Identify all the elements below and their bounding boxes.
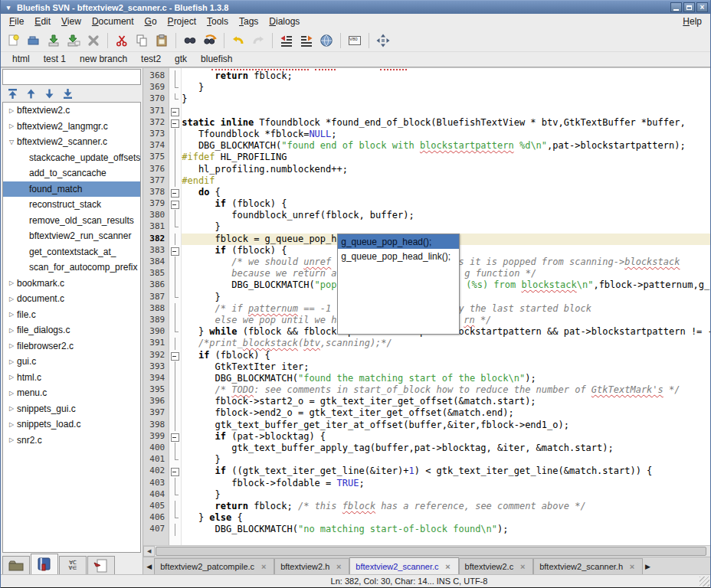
next-bookmark-button[interactable] <box>42 87 56 100</box>
tree-item-filebrowser2.c[interactable]: ▷filebrowser2.c <box>3 338 140 354</box>
bookmark-tree[interactable]: ▷bftextview2.c▷bftextview2_langmgr.c▽bft… <box>2 102 141 553</box>
sidebar-tab-file-browser[interactable] <box>2 556 30 574</box>
tab-close-icon[interactable]: × <box>627 562 637 571</box>
quickbar-tab-gtk[interactable]: gtk <box>168 52 194 67</box>
expander-closed-icon[interactable]: ▷ <box>6 358 17 365</box>
menu-file[interactable]: File <box>4 15 29 28</box>
sidebar-tab-character-map[interactable]: ∀C∀∈ <box>59 556 87 574</box>
tree-item-reconstruct_stack[interactable]: reconstruct_stack <box>3 197 140 213</box>
quickbar-tab-test-1[interactable]: test 1 <box>37 52 73 67</box>
tree-item-add_to_scancache[interactable]: add_to_scancache <box>3 165 140 181</box>
tab-close-icon[interactable]: × <box>259 562 268 571</box>
tree-item-document.c[interactable]: ▷document.c <box>3 291 140 307</box>
last-bookmark-button[interactable] <box>61 87 74 100</box>
tree-item-found_match[interactable]: found_match <box>3 181 140 198</box>
previous-bookmark-button[interactable] <box>24 87 38 100</box>
redo-button[interactable] <box>248 31 268 51</box>
minimize-button[interactable] <box>670 2 682 12</box>
autocomplete-item[interactable]: g_queue_pop_head(); <box>338 234 459 249</box>
fold-collapse-marker[interactable] <box>169 198 181 210</box>
tree-item-snr2.c[interactable]: ▷snr2.c <box>3 433 140 449</box>
tree-item-get_contextstack_at_[interactable]: get_contextstack_at_ <box>3 244 140 260</box>
open-document-button[interactable] <box>24 31 44 51</box>
fold-collapse-marker[interactable] <box>169 106 181 117</box>
quickbar-tab-test2[interactable]: test2 <box>134 52 168 67</box>
indent-button[interactable] <box>297 31 316 51</box>
scroll-left-arrow[interactable]: ◀ <box>143 546 155 557</box>
move-resize-button[interactable] <box>373 31 393 51</box>
fold-collapse-marker[interactable] <box>169 466 181 477</box>
horizontal-scroll-thumb[interactable] <box>156 547 706 556</box>
expander-closed-icon[interactable]: ▷ <box>6 342 17 349</box>
tree-item-bftextview2.c[interactable]: ▷bftextview2.c <box>3 103 140 119</box>
undo-button[interactable] <box>228 31 248 51</box>
fold-collapse-marker[interactable] <box>169 245 181 256</box>
quickbar-tab-html[interactable]: html <box>5 52 37 67</box>
menu-tools[interactable]: Tools <box>202 15 234 28</box>
tree-item-scan_for_autocomp_prefix[interactable]: scan_for_autocomp_prefix <box>3 260 140 276</box>
expander-closed-icon[interactable]: ▷ <box>6 421 17 428</box>
copy-button[interactable] <box>132 31 152 51</box>
expander-closed-icon[interactable]: ▷ <box>6 390 17 397</box>
doc-tab-bftextview2_patcompile.c[interactable]: bftextview2_patcompile.c× <box>154 558 274 574</box>
menu-edit[interactable]: Edit <box>29 15 56 28</box>
fold-collapse-marker[interactable] <box>169 117 181 129</box>
menu-view[interactable]: View <box>56 15 87 28</box>
maximize-button[interactable] <box>683 2 695 12</box>
validate-html-button[interactable]: V80 <box>345 31 365 51</box>
cut-button[interactable] <box>112 31 132 51</box>
sidebar-tab-snippets[interactable] <box>87 556 115 574</box>
doc-tab-bftextview2_scanner.h[interactable]: bftextview2_scanner.h× <box>533 558 643 574</box>
sidebar-tab-bookmarks[interactable] <box>31 554 58 574</box>
menu-document[interactable]: Document <box>87 15 139 28</box>
tree-item-bftextview2_scanner.c[interactable]: ▽bftextview2_scanner.c <box>3 134 140 150</box>
fold-collapse-marker[interactable] <box>169 350 181 361</box>
tab-close-icon[interactable]: × <box>334 562 343 571</box>
tree-item-bookmark.c[interactable]: ▷bookmark.c <box>3 276 140 292</box>
find-and-replace-button[interactable] <box>200 31 220 51</box>
expander-open-icon[interactable]: ▽ <box>6 139 17 145</box>
first-bookmark-button[interactable] <box>5 87 19 100</box>
doc-tab-bftextview2_scanner.c[interactable]: bftextview2_scanner.c× <box>349 557 458 574</box>
fold-collapse-marker[interactable] <box>169 187 181 198</box>
code-area[interactable]: g_queue_pop_head();g_queue_pop_head_link… <box>182 68 711 545</box>
expander-closed-icon[interactable]: ▷ <box>6 279 17 286</box>
tree-item-stackcache_update_offsets[interactable]: stackcache_update_offsets <box>3 150 140 166</box>
tab-scroll-right-arrow[interactable]: ▶ <box>643 558 653 574</box>
expander-closed-icon[interactable]: ▷ <box>6 296 17 302</box>
window-menu-icon[interactable]: ▾ <box>3 4 14 11</box>
tab-close-icon[interactable]: × <box>518 562 527 571</box>
tree-item-file.c[interactable]: ▷file.c <box>3 307 140 323</box>
tree-item-file_dialogs.c[interactable]: ▷file_dialogs.c <box>3 322 140 338</box>
fold-collapse-marker[interactable] <box>169 431 181 443</box>
doc-tab-bftextview2.c[interactable]: bftextview2.c× <box>459 558 534 574</box>
quickbar-tab-new-branch[interactable]: new branch <box>73 52 134 67</box>
tree-item-remove_old_scan_results[interactable]: remove_old_scan_results <box>3 213 140 229</box>
tree-item-gui.c[interactable]: ▷gui.c <box>3 354 140 370</box>
tree-item-snippets_load.c[interactable]: ▷snippets_load.c <box>3 416 140 433</box>
fold-margin[interactable] <box>169 68 182 545</box>
preview-in-browser-button[interactable] <box>316 31 336 51</box>
tree-item-html.c[interactable]: ▷html.c <box>3 370 140 386</box>
unindent-button[interactable] <box>277 31 297 51</box>
close-document-button[interactable] <box>84 31 103 51</box>
expander-closed-icon[interactable]: ▷ <box>6 107 17 114</box>
menu-project[interactable]: Project <box>162 15 202 28</box>
save-document-as-button[interactable] <box>64 31 84 51</box>
menu-go[interactable]: Go <box>139 15 162 28</box>
autocomplete-item[interactable]: g_queue_pop_head_link(); <box>338 249 459 263</box>
save-document-button[interactable] <box>44 31 64 51</box>
menu-tags[interactable]: Tags <box>234 15 264 28</box>
resize-grip[interactable] <box>700 577 709 586</box>
expander-closed-icon[interactable]: ▷ <box>6 436 17 443</box>
find-button[interactable] <box>180 31 200 51</box>
tree-item-bftextview2_run_scanner[interactable]: bftextview2_run_scanner <box>3 228 140 244</box>
expander-closed-icon[interactable]: ▷ <box>6 405 17 412</box>
expander-closed-icon[interactable]: ▷ <box>6 327 17 334</box>
tree-item-snippets_gui.c[interactable]: ▷snippets_gui.c <box>3 401 140 417</box>
bookmark-filter-input[interactable] <box>2 69 141 85</box>
menu-help[interactable]: Help <box>677 15 707 28</box>
tab-close-icon[interactable]: × <box>444 562 453 571</box>
tab-scroll-left-arrow[interactable]: ◀ <box>144 558 154 574</box>
quickbar-tab-bluefish[interactable]: bluefish <box>194 52 239 67</box>
